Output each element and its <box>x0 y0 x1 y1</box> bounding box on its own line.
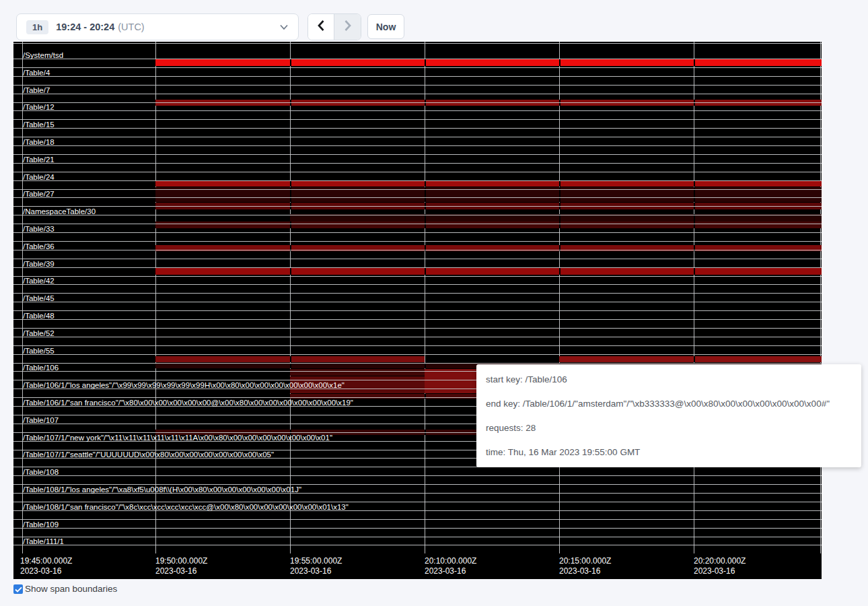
span-boundary-line <box>13 94 822 94</box>
chevron-down-icon <box>279 24 289 30</box>
sample-gap <box>694 100 695 106</box>
row-key-label: /Table/48 <box>23 312 55 321</box>
span-boundary-line <box>13 128 822 129</box>
checkmark-icon <box>15 583 22 595</box>
x-axis-time-label: 19:50:00.000Z <box>155 556 207 566</box>
sample-gap <box>559 180 560 187</box>
x-axis-date-label: 2023-03-16 <box>694 566 735 576</box>
sample-gap <box>290 180 291 187</box>
sample-gap <box>425 364 426 368</box>
previous-interval-button[interactable] <box>308 14 334 40</box>
sample-gap <box>694 59 695 66</box>
row-key-label: /Table/108/1/"san francisco"/"\x8c\xcc\x… <box>23 503 349 512</box>
sample-gap <box>425 268 426 275</box>
row-key-label: /Table/15 <box>23 121 55 129</box>
row-key-label: /Table/107 <box>23 416 59 425</box>
sample-gap <box>290 364 291 368</box>
span-boundary-line <box>13 319 822 320</box>
row-key-label: /Table/42 <box>23 277 55 285</box>
chevron-left-icon <box>317 20 325 34</box>
sample-gap <box>290 59 291 66</box>
span-boundary-line <box>13 180 822 181</box>
span-boundary-line <box>13 537 822 537</box>
row-key-label: /Table/107/1/"seattle"/"UUUUUUD\x00\x80\… <box>23 450 274 459</box>
span-boundary-line <box>13 363 822 364</box>
row-key-label: /Table/24 <box>23 173 55 182</box>
sample-boundary-line <box>155 42 156 553</box>
span-boundary-line <box>13 154 822 155</box>
hot-span-band <box>290 369 425 376</box>
sample-gap <box>559 222 560 228</box>
span-boundary-line <box>13 345 822 346</box>
span-boundary-line <box>13 43 822 44</box>
span-boundary-line <box>13 172 822 172</box>
span-boundary-line <box>13 145 822 146</box>
row-key-label: /Table/52 <box>23 329 55 338</box>
row-key-label: /NamespaceTable/30 <box>23 207 96 216</box>
span-boundary-line <box>13 267 822 268</box>
hot-span-band <box>155 268 822 275</box>
span-boundary-line <box>13 224 822 224</box>
time-range-timezone: (UTC) <box>118 22 144 32</box>
sample-gap <box>290 356 291 362</box>
row-key-label: /Table/4 <box>23 69 50 77</box>
sample-gap <box>694 268 695 275</box>
span-boundary-line <box>13 206 822 207</box>
hot-span-band <box>155 180 822 187</box>
x-axis-time-label: 20:10:00.000Z <box>425 556 476 566</box>
row-key-label: /Table/33 <box>23 225 55 234</box>
show-span-boundaries-checkbox[interactable] <box>13 584 23 594</box>
span-boundary-line <box>13 119 822 120</box>
span-boundary-line <box>13 197 822 198</box>
row-key-label: /Table/106/1/"los angeles"/"\x99\x99\x99… <box>23 381 345 390</box>
sample-gap <box>425 100 426 106</box>
hot-span-band <box>155 100 822 106</box>
row-key-label: /Table/7 <box>23 86 50 95</box>
tooltip-end-key: end key: /Table/106/1/"amsterdam"/"\xb33… <box>486 399 851 409</box>
span-boundary-line <box>13 259 822 259</box>
span-boundary-line <box>13 337 822 337</box>
span-boundary-line <box>13 250 822 250</box>
row-key-label: /Table/108/1/"los angeles"/"\xa8\xf5\u00… <box>23 485 301 494</box>
row-key-label: /Table/36 <box>23 242 55 251</box>
span-boundary-line <box>13 502 822 502</box>
sample-gap <box>290 268 291 275</box>
span-boundary-line <box>13 59 822 59</box>
span-boundary-line <box>13 475 822 476</box>
time-range-badge: 1h <box>26 20 48 34</box>
span-boundary-line <box>13 189 822 190</box>
span-boundary-line <box>13 302 822 302</box>
span-boundary-line <box>13 76 822 77</box>
row-key-label: /Table/111/1 <box>23 537 64 546</box>
sample-gap <box>425 59 426 66</box>
sample-gap <box>694 180 695 187</box>
span-boundary-line <box>13 284 822 285</box>
sample-gap <box>425 180 426 187</box>
tooltip-requests: requests: 28 <box>486 423 851 434</box>
span-boundary-line <box>13 85 822 86</box>
sample-gap <box>559 268 560 275</box>
row-key-label: /Table/106/1/"san francisco"/"\x80\x00\x… <box>23 399 353 407</box>
sample-gap <box>425 222 426 228</box>
span-boundary-line <box>13 545 822 545</box>
key-visualizer-page: 1h 19:24 - 20:24 (UTC) Now /System/tsd/T… <box>0 0 868 606</box>
time-range-text: 19:24 - 20:24 <box>56 22 114 32</box>
span-boundary-line <box>13 137 822 137</box>
x-axis-time-label: 19:45:00.000Z <box>20 556 72 566</box>
now-button[interactable]: Now <box>367 14 404 39</box>
tooltip-start-key: start key: /Table/106 <box>486 374 851 385</box>
show-span-boundaries-control[interactable]: Show span boundaries <box>13 584 117 594</box>
hot-span-band <box>559 356 822 362</box>
show-span-boundaries-label: Show span boundaries <box>25 584 117 594</box>
span-boundary-line <box>13 484 822 485</box>
key-visualizer-canvas[interactable]: /System/tsd/Table/4/Table/7/Table/12/Tab… <box>13 42 822 579</box>
row-key-label: /Table/21 <box>23 156 55 164</box>
span-boundary-line <box>13 232 822 233</box>
span-boundary-line <box>13 276 822 277</box>
sample-boundary-line <box>425 42 425 553</box>
row-key-label: /Table/18 <box>23 138 55 147</box>
x-axis-date-label: 2023-03-16 <box>20 566 61 576</box>
time-range-dropdown[interactable]: 1h 19:24 - 20:24 (UTC) <box>16 13 299 40</box>
x-axis-date-label: 2023-03-16 <box>559 566 600 576</box>
next-interval-button-disabled[interactable] <box>334 14 361 40</box>
